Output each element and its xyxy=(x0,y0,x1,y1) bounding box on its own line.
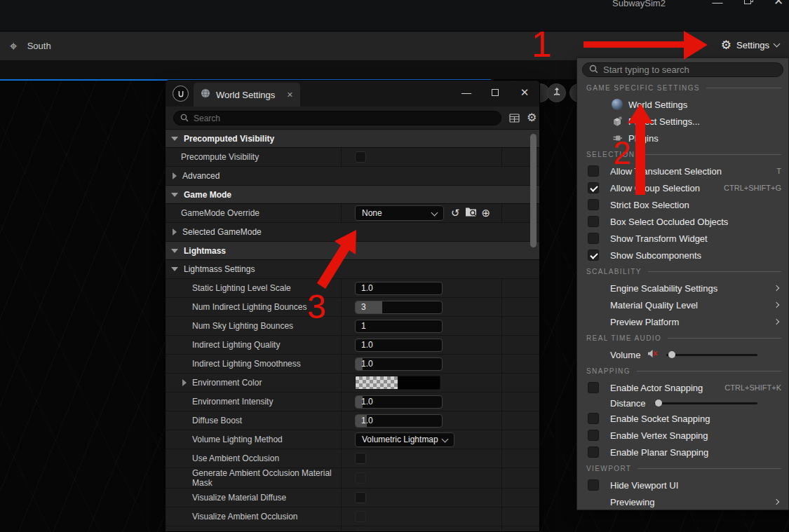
checkbox-box-select-occluded-objects[interactable] xyxy=(588,216,599,227)
field-value: 1.0 xyxy=(361,283,373,293)
slider-thumb[interactable] xyxy=(668,351,675,358)
checkbox-strict-box-selection[interactable] xyxy=(588,199,599,210)
right-divider xyxy=(501,355,502,373)
menu-item-engine-scalability-settings[interactable]: Engine Scalability Settings xyxy=(577,280,788,296)
panel-maximize-button[interactable] xyxy=(485,83,505,102)
checkbox-precompute-visibility[interactable] xyxy=(355,151,366,163)
world-settings-tab[interactable]: World Settings ✕ xyxy=(194,83,300,107)
expander-icon xyxy=(182,379,187,386)
menu-item-label: Volume xyxy=(610,350,640,360)
dropdown-value: Volumetric Lightmap xyxy=(362,435,438,444)
view-options-icon[interactable] xyxy=(509,113,520,125)
minimize-button[interactable]: — xyxy=(707,0,728,10)
menu-search-field[interactable] xyxy=(582,62,783,77)
property-value-cell: 1.0 xyxy=(341,414,540,428)
menu-item-plugins[interactable]: Plugins xyxy=(577,130,788,146)
location-indicator[interactable]: ⌖ South xyxy=(10,38,51,53)
close-button[interactable]: ✕ xyxy=(768,0,789,8)
panel-close-button[interactable]: ✕ xyxy=(515,83,534,102)
property-label-cell: Environment Intensity xyxy=(166,397,341,407)
property-indirect-lighting-quality: Indirect Lighting Quality1.0 xyxy=(166,336,540,355)
value-field-diffuse-boost[interactable]: 1.0 xyxy=(355,414,443,428)
group-selected-gamemode[interactable]: Selected GameMode xyxy=(166,223,540,242)
panel-minimize-button[interactable]: — xyxy=(457,83,476,102)
search-field[interactable] xyxy=(173,111,501,125)
slider-track-distance[interactable] xyxy=(654,402,757,404)
slider-fill xyxy=(356,301,382,313)
menu-item-material-quality-level[interactable]: Material Quality Level xyxy=(577,296,788,313)
annotation-step-2: 2 xyxy=(613,134,631,172)
scrollbar-thumb[interactable] xyxy=(530,134,537,247)
group-lightmass-settings[interactable]: Lightmass Settings xyxy=(166,260,540,279)
menu-item-enable-planar-snapping[interactable]: Enable Planar Snapping xyxy=(577,444,788,461)
value-field-num-sky-lighting-bounces[interactable]: 1 xyxy=(355,320,443,333)
value-field-num-indirect-lighting-bounces[interactable]: 3 xyxy=(355,301,443,314)
checkbox-use-ambient-occlusion[interactable] xyxy=(355,453,366,464)
checkbox-hide-viewport-ui[interactable] xyxy=(588,479,599,491)
section-label: REAL TIME AUDIO xyxy=(586,334,661,342)
dropdown-volume-lighting-method[interactable]: Volumetric Lightmap xyxy=(355,432,454,447)
property-label-cell: Environment Color xyxy=(166,378,341,388)
checkbox-allow-translucent-selection[interactable] xyxy=(588,165,599,177)
category-precomputed-visibility[interactable]: Precomputed Visibility xyxy=(166,130,540,148)
menu-item-enable-actor-snapping[interactable]: Enable Actor SnappingCTRL+SHIFT+K xyxy=(577,379,788,396)
checkbox-enable-socket-snapping[interactable] xyxy=(588,413,599,424)
world-settings-titlebar[interactable]: World Settings ✕ — ✕ xyxy=(166,81,539,107)
slider-thumb[interactable] xyxy=(655,400,662,407)
section-divider-line xyxy=(641,154,781,155)
menu-item-show-transform-widget[interactable]: Show Transform Widget xyxy=(577,230,788,247)
value-field-indirect-lighting-smoothness[interactable]: 1.0 xyxy=(355,357,443,371)
menu-search-input[interactable] xyxy=(603,65,776,75)
menu-item-previewing[interactable]: Previewing xyxy=(577,493,788,510)
color-value xyxy=(398,376,440,389)
checkbox-enable-vertex-snapping[interactable] xyxy=(588,430,599,441)
checkbox-enable-actor-snapping[interactable] xyxy=(588,382,599,393)
browse-icon[interactable] xyxy=(465,207,477,219)
menu-item-project-settings[interactable]: Project Settings... xyxy=(577,113,788,130)
restore-button[interactable] xyxy=(740,0,761,9)
menu-item-hide-viewport-ui[interactable]: Hide Viewport UI xyxy=(577,477,788,493)
slider-track-volume[interactable] xyxy=(666,354,757,356)
checkbox-allow-group-selection[interactable] xyxy=(588,182,599,193)
property-label-cell: Use Ambient Occlusion xyxy=(166,453,341,463)
muted-speaker-icon[interactable] xyxy=(647,348,658,361)
menu-item-distance[interactable]: Distance xyxy=(577,396,788,410)
search-input[interactable] xyxy=(194,114,494,123)
category-game-mode[interactable]: Game Mode xyxy=(166,186,540,204)
unreal-logo-icon[interactable] xyxy=(173,86,189,102)
menu-item-allow-group-selection[interactable]: Allow Group SelectionCTRL+SHIFT+G xyxy=(577,179,788,196)
transform-tool-button[interactable] xyxy=(547,83,566,102)
menu-item-strict-box-selection[interactable]: Strict Box Selection xyxy=(577,196,788,213)
right-divider xyxy=(501,507,502,526)
menu-item-box-select-occluded-objects[interactable]: Box Select Occluded Objects xyxy=(577,213,788,230)
checkbox-show-transform-widget[interactable] xyxy=(588,233,599,244)
checkbox-enable-planar-snapping[interactable] xyxy=(588,446,599,458)
value-field-environment-intensity[interactable]: 1.0 xyxy=(355,395,443,409)
checkbox-show-subcomponents[interactable] xyxy=(588,250,599,261)
menu-item-enable-socket-snapping[interactable]: Enable Socket Snapping xyxy=(577,410,788,427)
checkbox-visualize-ambient-occlusion[interactable] xyxy=(355,511,366,522)
category-lightmass[interactable]: Lightmass xyxy=(166,242,540,260)
menu-item-preview-platform[interactable]: Preview Platform xyxy=(577,313,788,330)
menu-item-world-settings[interactable]: World Settings xyxy=(577,96,788,113)
settings-button[interactable]: ⚙ Settings xyxy=(721,38,779,52)
value-field-indirect-lighting-quality[interactable]: 1.0 xyxy=(355,339,443,352)
color-swatch-environment-color[interactable] xyxy=(355,376,440,390)
tab-close-icon[interactable]: ✕ xyxy=(287,90,293,100)
menu-item-enable-vertex-snapping[interactable]: Enable Vertex Snapping xyxy=(577,427,788,444)
value-field-static-lighting-level-scale[interactable]: 1.0 xyxy=(355,282,443,295)
dropdown-value: None xyxy=(362,208,382,218)
menu-section-snapping: SNAPPING xyxy=(577,363,788,379)
use-asset-icon[interactable]: ↺ xyxy=(451,207,460,219)
dropdown-gamemode-override[interactable]: None xyxy=(355,205,444,221)
checkbox-generate-ambient-occlusion-material-mask[interactable] xyxy=(355,472,366,484)
checkbox-visualize-material-diffuse[interactable] xyxy=(355,492,366,503)
menu-item-show-subcomponents[interactable]: Show Subcomponents xyxy=(577,247,788,264)
group-label: Advanced xyxy=(182,171,220,181)
group-advanced[interactable]: Advanced xyxy=(166,167,540,186)
panel-settings-gear-icon[interactable]: ⚙ xyxy=(527,111,537,125)
menu-item-volume[interactable]: Volume xyxy=(577,346,788,363)
menu-item-allow-translucent-selection[interactable]: Allow Translucent SelectionT xyxy=(577,163,788,179)
menu-item-label: Enable Vertex Snapping xyxy=(610,430,708,441)
add-icon[interactable]: ⊕ xyxy=(482,207,491,219)
